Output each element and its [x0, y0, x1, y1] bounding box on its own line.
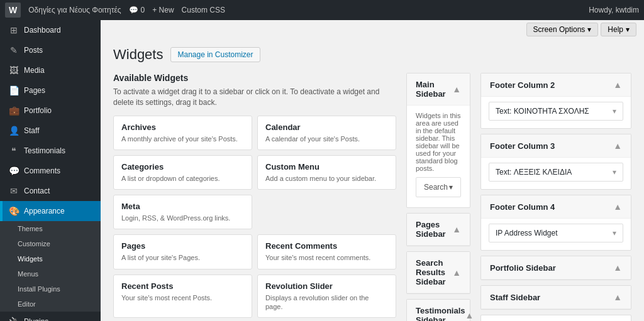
footer-column-4-body: IP Address Widget ▾ [481, 219, 631, 250]
sidebar-item-media[interactable]: 🖼Media [0, 60, 101, 80]
pages-sidebar-panel: Pages Sidebar ▲ [406, 213, 470, 246]
footer-col4-widget-expand-icon: ▾ [613, 229, 616, 237]
sidebars-section: Main Sidebar ▲ Widgets in this area are … [406, 73, 470, 321]
create-widget-area: Create Widget Area Create Widget Area [480, 315, 631, 321]
help-button[interactable]: Help ▾ [601, 23, 636, 36]
main-sidebar-search-widget[interactable]: Search ▾ [416, 177, 461, 197]
pages-icon: 📄 [9, 85, 19, 95]
staff-sidebar-panel: Staff Sidebar ▲ [480, 285, 631, 310]
widget-categories[interactable]: Categories A list or dropdown of categor… [113, 155, 252, 190]
custom-css-button[interactable]: Custom CSS [182, 6, 225, 14]
comment-icon: 💬 [129, 6, 138, 14]
footer-col4-collapse-icon: ▲ [613, 202, 622, 212]
pages-sidebar-collapse-icon: ▲ [452, 224, 461, 234]
footer-column-2-header[interactable]: Footer Column 2 ▲ [481, 73, 631, 97]
widget-recent-comments[interactable]: Recent Comments Your site's most recent … [257, 234, 396, 269]
chevron-down-icon-help: ▾ [626, 25, 630, 34]
available-widgets-section: Available Widgets To activate a widget d… [113, 73, 396, 321]
site-name[interactable]: Οδηγίες για Νέους Φοιτητές [28, 6, 121, 14]
screen-options-button[interactable]: Screen Options ▾ [526, 23, 599, 36]
sidebar-item-portfolio[interactable]: 💼Portfolio [0, 101, 101, 121]
page-title: Widgets [113, 46, 163, 63]
page-wrap: Widgets Manage in Customizer Available W… [101, 39, 644, 321]
available-widgets-description: To activate a widget drag it to a sideba… [113, 87, 396, 108]
footer-col4-widget[interactable]: IP Address Widget ▾ [489, 224, 623, 242]
sidebar-item-staff[interactable]: 👤Staff [0, 121, 101, 141]
widget-grid: Archives A monthly archive of your site'… [113, 116, 396, 321]
portfolio-sidebar-panel: Portfolio Sidebar ▲ [480, 256, 631, 280]
submenu-menus[interactable]: Menus [0, 266, 101, 281]
howdy-text: Howdy, kwtdim [589, 6, 639, 14]
submenu-widgets[interactable]: Widgets [0, 251, 101, 266]
sidebar-item-posts[interactable]: ✎Posts [0, 40, 101, 60]
widget-recent-posts[interactable]: Recent Posts Your site's most recent Pos… [113, 275, 252, 318]
footer-col2-widget-expand-icon: ▾ [613, 107, 616, 116]
sidebar-item-pages[interactable]: 📄Pages [0, 80, 101, 101]
testimonials-icon: ❝ [9, 146, 19, 156]
staff-sidebar-header[interactable]: Staff Sidebar ▲ [481, 286, 631, 309]
chevron-down-icon: ▾ [587, 25, 591, 34]
footer-col3-widget[interactable]: Text: ΛΕΞΕΙΣ ΚΛΕΙΔΙΑ ▾ [489, 163, 623, 182]
admin-bar: W Οδηγίες για Νέους Φοιτητές 💬 0 + New C… [0, 0, 644, 20]
main-sidebar-header[interactable]: Main Sidebar ▲ [407, 73, 470, 106]
submenu-editor[interactable]: Editor [0, 297, 101, 312]
plugins-icon: 🔌 [9, 317, 19, 321]
admin-menu: ⊞Dashboard ✎Posts 🖼Media 📄Pages 💼Portfol… [0, 20, 101, 321]
main-sidebar-collapse-icon: ▲ [452, 84, 461, 94]
footer-col3-widget-expand-icon: ▾ [613, 168, 616, 177]
sidebar-item-plugins[interactable]: 🔌Plugins [0, 312, 101, 321]
new-content-button[interactable]: + New [152, 6, 174, 14]
footer-column-3-header[interactable]: Footer Column 3 ▲ [481, 134, 631, 158]
manage-customizer-link[interactable]: Manage in Customizer [170, 47, 260, 62]
staff-sidebar-collapse-icon: ▲ [613, 292, 622, 302]
search-results-collapse-icon: ▲ [452, 268, 461, 278]
portfolio-sidebar-header[interactable]: Portfolio Sidebar ▲ [481, 256, 631, 280]
wp-logo: W [5, 3, 21, 18]
right-sidebars: Footer Column 2 ▲ Text: ΚΟΙΝΟΤΗΤΑ ΣΧΟΛΗΣ… [480, 73, 631, 321]
media-icon: 🖼 [9, 65, 19, 75]
screen-options-bar: Screen Options ▾ Help ▾ [101, 20, 644, 39]
testimonials-sidebar-header[interactable]: Testimonials Sidebar ▲ [407, 300, 470, 321]
footer-column-4-header[interactable]: Footer Column 4 ▲ [481, 195, 631, 219]
footer-column-2-panel: Footer Column 2 ▲ Text: ΚΟΙΝΟΤΗΤΑ ΣΧΟΛΗΣ… [480, 73, 631, 129]
comments-count[interactable]: 💬 0 [129, 6, 145, 14]
widget-revolution-slider[interactable]: Revolution Slider Displays a revolution … [257, 275, 396, 318]
admin-sidebar: ⊞Dashboard ✎Posts 🖼Media 📄Pages 💼Portfol… [0, 20, 101, 321]
contact-icon: ✉ [9, 186, 19, 196]
widget-calendar[interactable]: Calendar A calendar of your site's Posts… [257, 116, 396, 150]
sidebar-item-comments[interactable]: 💬Comments [0, 161, 101, 181]
footer-column-3-panel: Footer Column 3 ▲ Text: ΛΕΞΕΙΣ ΚΛΕΙΔΙΑ ▾ [480, 134, 631, 190]
footer-col2-collapse-icon: ▲ [613, 80, 622, 90]
staff-icon: 👤 [9, 126, 19, 136]
testimonials-sidebar-panel: Testimonials Sidebar ▲ [406, 299, 470, 321]
posts-icon: ✎ [9, 45, 19, 55]
available-widgets-title: Available Widgets [113, 73, 396, 83]
widget-pages[interactable]: Pages A list of your site's Pages. [113, 234, 252, 269]
footer-column-2-body: Text: ΚΟΙΝΟΤΗΤΑ ΣΧΟΛΗΣ ▾ [481, 97, 631, 128]
testimonials-collapse-icon: ▲ [465, 310, 474, 320]
pages-sidebar-header[interactable]: Pages Sidebar ▲ [407, 214, 470, 246]
portfolio-sidebar-collapse-icon: ▲ [613, 263, 622, 273]
widget-archives[interactable]: Archives A monthly archive of your site'… [113, 116, 252, 150]
footer-col2-widget[interactable]: Text: ΚΟΙΝΟΤΗΤΑ ΣΧΟΛΗΣ ▾ [489, 102, 623, 121]
footer-col3-collapse-icon: ▲ [613, 141, 622, 151]
search-results-sidebar-panel: Search Results Sidebar ▲ [406, 251, 470, 294]
widget-meta[interactable]: Meta Login, RSS, & WordPress.org links. [113, 195, 252, 229]
widget-custom-menu[interactable]: Custom Menu Add a custom menu to your si… [257, 155, 396, 190]
dashboard-icon: ⊞ [9, 25, 19, 35]
page-title-area: Widgets Manage in Customizer [113, 46, 631, 63]
main-sidebar-panel: Main Sidebar ▲ Widgets in this area are … [406, 73, 470, 208]
widget-expand-icon: ▾ [449, 183, 453, 192]
main-sidebar-body: Widgets in this area are used in the def… [407, 106, 470, 207]
main-content: Screen Options ▾ Help ▾ Widgets Manage i… [101, 20, 644, 321]
sidebar-item-contact[interactable]: ✉Contact [0, 181, 101, 201]
sidebar-item-dashboard[interactable]: ⊞Dashboard [0, 20, 101, 40]
submenu-install-plugins[interactable]: Install Plugins [0, 281, 101, 297]
submenu-customize[interactable]: Customize [0, 236, 101, 251]
sidebar-item-testimonials[interactable]: ❝Testimonials [0, 141, 101, 161]
submenu-themes[interactable]: Themes [0, 221, 101, 236]
footer-column-3-body: Text: ΛΕΞΕΙΣ ΚΛΕΙΔΙΑ ▾ [481, 158, 631, 189]
comments-icon: 💬 [9, 166, 19, 176]
sidebar-item-appearance[interactable]: 🎨Appearance [0, 201, 101, 221]
search-results-sidebar-header[interactable]: Search Results Sidebar ▲ [407, 252, 470, 293]
